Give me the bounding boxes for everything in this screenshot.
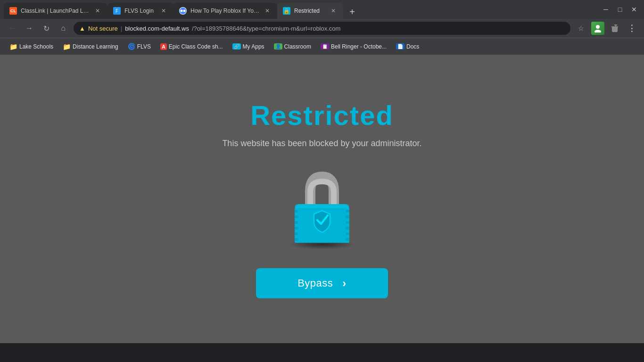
tab-label-roblox: How To Play Roblox If Your On C — [190, 8, 259, 14]
menu-button[interactable]: ⋮ — [625, 22, 638, 35]
bookmark-bell-ringer-label: Bell Ringer - Octobe... — [331, 43, 387, 50]
bookmark-docs[interactable]: 📄 Docs — [392, 41, 423, 52]
lock-illustration — [284, 167, 360, 249]
tab-close-restricted[interactable]: ✕ — [329, 7, 338, 15]
svg-rect-16 — [346, 227, 349, 230]
tab-favicon-restricted: 🔒 — [283, 7, 290, 15]
epic-icon: A — [160, 43, 167, 50]
svg-rect-17 — [346, 232, 349, 235]
distance-learning-icon: 📁 — [63, 43, 71, 50]
bookmark-my-apps[interactable]: 🔗 My Apps — [229, 41, 268, 52]
lake-schools-icon: 📁 — [9, 43, 17, 50]
not-secure-label: Not secure — [88, 25, 118, 32]
tab-restricted[interactable]: 🔒 Restricted ✕ — [277, 3, 343, 19]
tab-favicon-flvs: F — [113, 7, 121, 15]
tab-label-restricted: Restricted — [294, 8, 325, 14]
tab-favicon-roblox — [179, 7, 187, 15]
svg-rect-13 — [346, 210, 349, 213]
bypass-chevron-icon: › — [342, 277, 347, 290]
svg-rect-14 — [346, 215, 349, 218]
tab-close-classlink[interactable]: ✕ — [93, 7, 102, 15]
svg-rect-11 — [295, 232, 298, 235]
classroom-icon: 👤 — [274, 43, 282, 49]
bookmark-lake-schools-label: Lake Schools — [19, 43, 53, 50]
security-warning-icon: ▲ — [79, 25, 85, 32]
svg-point-4 — [596, 25, 600, 29]
maximize-button[interactable]: □ — [614, 3, 626, 16]
new-tab-button[interactable]: + — [345, 5, 359, 19]
bell-ringer-icon: 📋 — [321, 43, 329, 49]
svg-rect-9 — [295, 221, 298, 224]
title-bar: CL ClassLink | LaunchPad Login ✕ F FLVS … — [0, 0, 644, 19]
profile-icon — [594, 24, 602, 33]
url-separator: | — [121, 25, 122, 32]
svg-rect-12 — [295, 238, 298, 241]
bookmark-distance-learning-label: Distance Learning — [73, 43, 118, 50]
extensions-button[interactable] — [608, 22, 621, 35]
home-button[interactable]: ⌂ — [57, 22, 70, 35]
tab-close-flvs[interactable]: ✕ — [159, 7, 168, 15]
bookmark-flvs[interactable]: 🌀 FLVS — [124, 41, 155, 52]
bookmark-classroom[interactable]: 👤 Classroom — [270, 41, 315, 52]
bookmark-distance-learning[interactable]: 📁 Distance Learning — [59, 41, 122, 52]
bookmark-star-button[interactable]: ☆ — [574, 22, 587, 35]
tab-label-classlink: ClassLink | LaunchPad Login — [21, 8, 90, 14]
window-controls: ─ □ ✕ — [600, 3, 640, 16]
tab-close-roblox[interactable]: ✕ — [263, 7, 272, 15]
svg-point-1 — [181, 10, 183, 12]
flvs-icon: 🌀 — [128, 43, 135, 50]
reload-button[interactable]: ↻ — [40, 22, 53, 35]
svg-rect-18 — [346, 238, 349, 241]
my-apps-icon: 🔗 — [232, 43, 241, 49]
bookmark-epic-class[interactable]: A Epic Class Code sh... — [157, 41, 227, 52]
bypass-button[interactable]: Bypass › — [256, 268, 388, 298]
extensions-icon — [610, 24, 619, 33]
svg-rect-7 — [295, 210, 298, 213]
forward-button[interactable]: → — [23, 22, 36, 35]
bookmark-epic-label: Epic Class Code sh... — [169, 43, 223, 50]
svg-point-2 — [183, 10, 186, 12]
bookmark-my-apps-label: My Apps — [243, 43, 264, 50]
url-domain: blocked.com-default.ws — [125, 25, 189, 32]
tab-label-flvs: FLVS Login — [124, 8, 156, 14]
address-bar: ← → ↻ ⌂ ▲ Not secure | blocked.com-defau… — [0, 19, 644, 38]
profile-button[interactable] — [591, 22, 604, 35]
docs-icon: 📄 — [396, 43, 405, 49]
close-button[interactable]: ✕ — [628, 3, 640, 16]
tab-roblox[interactable]: How To Play Roblox If Your On C ✕ — [173, 3, 277, 19]
minimize-button[interactable]: ─ — [600, 3, 612, 16]
svg-rect-10 — [295, 227, 298, 230]
bookmark-lake-schools[interactable]: 📁 Lake Schools — [6, 41, 57, 52]
url-bar[interactable]: ▲ Not secure | blocked.com-default.ws /?… — [74, 22, 570, 35]
page-content: Restricted This website has been blocked… — [0, 55, 644, 343]
bookmark-docs-label: Docs — [406, 43, 419, 50]
bookmarks-bar: 📁 Lake Schools 📁 Distance Learning 🌀 FLV… — [0, 38, 644, 55]
back-button[interactable]: ← — [6, 22, 19, 35]
bookmark-bell-ringer[interactable]: 📋 Bell Ringer - Octobe... — [317, 41, 390, 52]
tab-flvs[interactable]: F FLVS Login ✕ — [107, 3, 173, 19]
tab-bar: CL ClassLink | LaunchPad Login ✕ F FLVS … — [4, 0, 598, 19]
bookmark-flvs-label: FLVS — [137, 43, 151, 50]
page-title: Restricted — [250, 99, 394, 131]
svg-rect-15 — [346, 221, 349, 224]
bookmark-classroom-label: Classroom — [284, 43, 311, 50]
svg-rect-19 — [295, 204, 349, 208]
bypass-label: Bypass — [297, 277, 333, 289]
tab-classlink[interactable]: CL ClassLink | LaunchPad Login ✕ — [4, 3, 107, 19]
url-path: /?ol=18935788646&type=chromium-m&url=rob… — [192, 25, 340, 32]
tab-favicon-classlink: CL — [9, 7, 17, 15]
lock-icon — [284, 167, 360, 243]
page-subtitle: This website has been blocked by your ad… — [222, 139, 421, 148]
svg-rect-8 — [295, 215, 298, 218]
